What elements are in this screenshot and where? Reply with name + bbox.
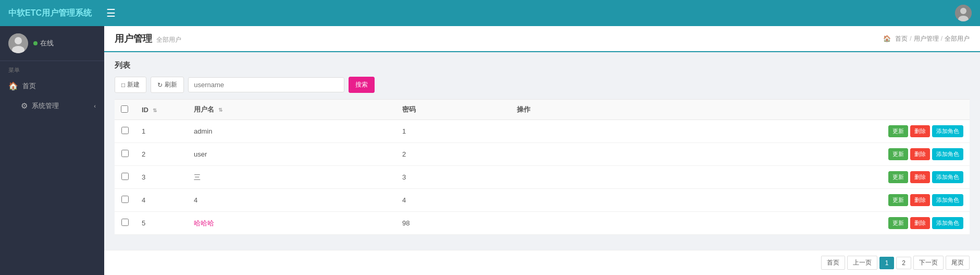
breadcrumb-home[interactable]: 首页 [895, 34, 908, 43]
delete-btn-4[interactable]: 删除 [910, 217, 930, 229]
row-actions-0: 更新 删除 添加角色 [511, 120, 970, 143]
username-link-4[interactable]: 哈哈哈 [194, 219, 214, 227]
new-icon: □ [121, 81, 125, 89]
row-username-1: user [188, 143, 396, 166]
sidebar-status: 在线 [33, 39, 54, 48]
status-label: 在线 [40, 39, 54, 48]
delete-btn-1[interactable]: 删除 [910, 148, 930, 160]
th-checkbox [115, 100, 135, 120]
row-id-0: 1 [135, 120, 188, 143]
row-username-0: admin [188, 120, 396, 143]
pagination-last[interactable]: 尾页 [946, 256, 970, 270]
delete-btn-0[interactable]: 删除 [910, 125, 930, 137]
breadcrumb-all-users: 全部用户 [945, 34, 970, 43]
add-role-btn-1[interactable]: 添加角色 [932, 148, 963, 160]
row-checkbox-2[interactable] [121, 173, 129, 180]
row-checkbox-cell [115, 212, 135, 235]
add-role-btn-3[interactable]: 添加角色 [932, 194, 963, 206]
sort-id-icon[interactable]: ⇅ [153, 107, 157, 113]
row-checkbox-cell [115, 120, 135, 143]
sidebar-user-section: 在线 [0, 26, 104, 61]
top-nav-right [955, 5, 972, 21]
add-role-btn-4[interactable]: 添加角色 [932, 217, 963, 229]
delete-btn-2[interactable]: 删除 [910, 171, 930, 183]
sidebar-item-home-label: 首页 [22, 81, 36, 91]
update-btn-1[interactable]: 更新 [888, 148, 908, 160]
sidebar-item-system[interactable]: ⚙ 系统管理 ‹ [0, 96, 104, 116]
row-username-4: 哈哈哈 [188, 212, 396, 235]
table-row: 444 更新 删除 添加角色 [115, 189, 970, 212]
svg-point-4 [15, 37, 22, 44]
table-row: 2user2 更新 删除 添加角色 [115, 143, 970, 166]
update-btn-3[interactable]: 更新 [888, 194, 908, 206]
table-row: 3三3 更新 删除 添加角色 [115, 166, 970, 189]
update-btn-2[interactable]: 更新 [888, 171, 908, 183]
row-id-1: 2 [135, 143, 188, 166]
page-header: 用户管理 全部用户 🏠 首页 / 用户管理 / 全部用户 [104, 26, 980, 52]
main-layout: 在线 菜单 🏠 首页 ⚙ 系统管理 ‹ 用户管理 全部用户 🏠 首页 [0, 26, 980, 275]
breadcrumb: 🏠 首页 / 用户管理 / 全部用户 [883, 34, 970, 43]
search-label: 搜索 [355, 80, 368, 89]
row-actions-3: 更新 删除 添加角色 [511, 189, 970, 212]
row-actions-1: 更新 删除 添加角色 [511, 143, 970, 166]
status-dot-icon [33, 41, 38, 45]
th-actions: 操作 [511, 100, 970, 120]
refresh-label: 刷新 [165, 80, 177, 89]
row-checkbox-0[interactable] [121, 127, 129, 134]
svg-point-1 [960, 8, 966, 14]
select-all-checkbox[interactable] [121, 105, 128, 113]
page-title: 用户管理 [115, 32, 152, 45]
add-role-btn-0[interactable]: 添加角色 [932, 125, 963, 137]
main-content: 用户管理 全部用户 🏠 首页 / 用户管理 / 全部用户 列表 □ 新建 [104, 26, 980, 275]
home-icon: 🏠 [8, 81, 18, 91]
pagination-next[interactable]: 下一页 [913, 256, 944, 270]
content-area: 列表 □ 新建 ↻ 刷新 搜索 [104, 52, 980, 250]
refresh-icon: ↻ [157, 81, 163, 89]
new-label: 新建 [127, 80, 140, 89]
row-password-2: 3 [396, 166, 511, 189]
table-header-row: ID ⇅ 用户名 ⇅ 密码 操作 [115, 100, 970, 120]
add-role-btn-2[interactable]: 添加角色 [932, 171, 963, 183]
search-button[interactable]: 搜索 [349, 77, 375, 93]
pagination-page-1[interactable]: 1 [879, 257, 895, 269]
sidebar-avatar [8, 33, 28, 53]
row-username-3: 4 [188, 189, 396, 212]
row-password-0: 1 [396, 120, 511, 143]
row-id-4: 5 [135, 212, 188, 235]
page-subtitle: 全部用户 [156, 35, 181, 44]
hamburger-icon[interactable]: ☰ [106, 7, 116, 19]
pagination-prev[interactable]: 上一页 [847, 256, 877, 270]
pagination: 首页 上一页 1 2 下一页 尾页 [104, 250, 980, 275]
sidebar: 在线 菜单 🏠 首页 ⚙ 系统管理 ‹ [0, 26, 104, 275]
row-checkbox-3[interactable] [121, 196, 129, 203]
page-title-area: 用户管理 全部用户 [115, 32, 181, 45]
app-title: 中软ETC用户管理系统 [8, 8, 92, 19]
update-btn-4[interactable]: 更新 [888, 217, 908, 229]
search-input[interactable] [188, 77, 344, 92]
section-title: 列表 [115, 61, 970, 70]
sort-username-icon[interactable]: ⇅ [218, 107, 222, 113]
update-btn-0[interactable]: 更新 [888, 125, 908, 137]
row-checkbox-cell [115, 189, 135, 212]
row-password-4: 98 [396, 212, 511, 235]
system-icon: ⚙ [21, 101, 28, 111]
pagination-first[interactable]: 首页 [821, 256, 845, 270]
table-row: 1admin1 更新 删除 添加角色 [115, 120, 970, 143]
row-checkbox-1[interactable] [121, 150, 129, 157]
row-id-3: 4 [135, 189, 188, 212]
pagination-page-2[interactable]: 2 [896, 257, 911, 269]
chevron-left-icon: ‹ [94, 103, 96, 109]
sidebar-item-home[interactable]: 🏠 首页 [0, 76, 104, 96]
sidebar-item-system-label: 系统管理 [32, 101, 59, 111]
row-checkbox-4[interactable] [121, 219, 129, 226]
refresh-button[interactable]: ↻ 刷新 [151, 77, 184, 93]
row-actions-4: 更新 删除 添加角色 [511, 212, 970, 235]
new-button[interactable]: □ 新建 [115, 77, 146, 93]
toolbar: □ 新建 ↻ 刷新 搜索 [115, 77, 970, 93]
top-navbar: 中软ETC用户管理系统 ☰ [0, 0, 980, 26]
breadcrumb-user-mgmt[interactable]: 用户管理 [914, 34, 939, 43]
delete-btn-3[interactable]: 删除 [910, 194, 930, 206]
user-avatar-top[interactable] [955, 5, 972, 21]
th-username: 用户名 ⇅ [188, 100, 396, 120]
home-breadcrumb-icon: 🏠 [883, 35, 891, 42]
